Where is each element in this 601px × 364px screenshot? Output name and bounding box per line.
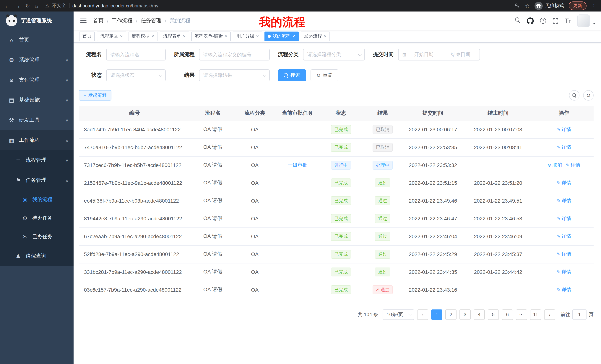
reset-button[interactable]: ↻ 重置 <box>311 69 338 81</box>
sidebar-item-label: 研发工具 <box>19 117 40 124</box>
cell-category: OA <box>235 156 274 174</box>
create-process-button[interactable]: + 发起流程 <box>79 90 112 101</box>
edit-icon: ✎ <box>557 145 561 150</box>
sidebar-item-6[interactable]: ▦工作流程∧ <box>0 130 74 150</box>
page-button-5[interactable]: 5 <box>488 309 499 320</box>
view-tab-3[interactable]: 流程模型× <box>128 31 158 41</box>
browser-menu-icon[interactable]: ⋮ <box>591 3 597 9</box>
close-icon[interactable]: × <box>183 34 186 38</box>
search-button[interactable]: 搜索 <box>278 69 306 81</box>
sidebar-item-1[interactable]: ⌂首页 <box>0 30 74 50</box>
question-icon[interactable]: ? <box>540 18 546 24</box>
table-header-row: 编号流程名流程分类当前审批任务状态结果提交时间结束时间操作 <box>79 106 594 121</box>
view-tab-1[interactable]: 首页 <box>79 31 95 41</box>
sidebar-item-5[interactable]: ⚒研发工具∨ <box>0 110 74 130</box>
logo-image <box>6 15 17 26</box>
refresh-table-button[interactable]: ↻ <box>583 90 594 101</box>
page-button-4[interactable]: 4 <box>474 309 485 320</box>
detail-link[interactable]: ✎详情 <box>557 144 571 151</box>
view-tab-6[interactable]: 用户分组× <box>233 31 262 41</box>
detail-link[interactable]: ✎详情 <box>557 126 571 133</box>
update-button[interactable]: 更新 <box>569 1 587 10</box>
close-icon[interactable]: × <box>151 34 154 38</box>
page-size-select[interactable]: 10条/页 <box>383 309 414 320</box>
home-icon[interactable]: ⌂ <box>35 3 38 9</box>
github-icon[interactable] <box>527 17 534 24</box>
avatar[interactable] <box>577 14 590 27</box>
result-select[interactable]: 请选择流结果 <box>199 69 270 81</box>
bookmark-star-icon[interactable]: ☆ <box>525 3 530 9</box>
infrastructure-icon: ▤ <box>8 97 15 104</box>
prev-page-button[interactable]: ‹ <box>417 309 428 320</box>
key-icon[interactable] <box>515 3 520 9</box>
page-button-3[interactable]: 3 <box>460 309 471 320</box>
sidebar-item-2[interactable]: ⚙系统管理∨ <box>0 50 74 70</box>
close-icon[interactable]: × <box>292 34 295 38</box>
address-bar[interactable]: ⚠ 不安全 dashboard.yudao.iocoder.cn/bpm/tas… <box>45 3 510 9</box>
detail-link[interactable]: ✎详情 <box>557 233 571 240</box>
process-name-input[interactable] <box>106 49 166 60</box>
sidebar-item-8[interactable]: ⚑任务管理∧ <box>0 170 74 190</box>
url-host: dashboard.yudao.iocoder.cn <box>72 3 131 8</box>
detail-link[interactable]: ✎详情 <box>557 180 571 186</box>
detail-link[interactable]: ✎详情 <box>557 251 571 258</box>
breadcrumb-item[interactable]: 任务管理 <box>141 18 161 24</box>
page-button-6[interactable]: 6 <box>502 309 513 320</box>
process-def-input[interactable] <box>199 49 270 60</box>
detail-link[interactable]: ✎详情 <box>557 269 571 275</box>
cell-end-time: 2022-01-22 23:45:37 <box>462 245 534 263</box>
close-icon[interactable]: × <box>225 34 228 38</box>
avatar-caret-icon[interactable]: ▾ <box>593 21 595 26</box>
app-logo: 芋道管理系统 <box>0 11 74 30</box>
page-ellipsis-button[interactable]: ⋯ <box>516 309 527 320</box>
view-tab-5[interactable]: 流程表单-编辑× <box>191 31 231 41</box>
close-icon[interactable]: × <box>120 34 123 38</box>
cell-process-name: OA 请假 <box>190 174 235 192</box>
date-range-picker[interactable]: ⊞ 开始日期 - 结束日期 <box>398 49 480 60</box>
task-link[interactable]: 一级审批 <box>288 162 307 168</box>
edit-icon: ✎ <box>557 127 561 132</box>
detail-link[interactable]: ✎详情 <box>566 162 580 168</box>
sidebar-item-9[interactable]: ◉我的流程 <box>0 190 74 209</box>
fullscreen-icon[interactable] <box>552 18 559 24</box>
cancel-link[interactable]: ⊘取消 <box>548 162 562 168</box>
sidebar-item-12[interactable]: ♟请假查询 <box>0 246 74 266</box>
page-button-2[interactable]: 2 <box>445 309 457 320</box>
sidebar-item-7[interactable]: ≣流程管理∨ <box>0 150 74 170</box>
sidebar-item-11[interactable]: ✂已办任务 <box>0 228 74 246</box>
view-tab-4[interactable]: 流程表单× <box>160 31 189 41</box>
forward-icon[interactable]: → <box>15 3 20 9</box>
view-tab-8[interactable]: 发起流程× <box>301 31 330 41</box>
category-select[interactable]: 请选择流程分类 <box>303 49 365 60</box>
breadcrumb-item[interactable]: 工作流程 <box>112 18 133 24</box>
reload-icon[interactable]: ↻ <box>25 3 30 9</box>
tabs-bar: 首页流程定义×流程模型×流程表单×流程表单-编辑×用户分组×我的流程×发起流程× <box>74 30 601 43</box>
view-tab-2[interactable]: 流程定义× <box>97 31 126 41</box>
sidebar-item-3[interactable]: ¥支付管理∨ <box>0 70 74 90</box>
sidebar-item-label: 系统管理 <box>19 57 40 63</box>
view-tab-7[interactable]: 我的流程× <box>264 31 299 41</box>
hamburger-icon[interactable] <box>80 17 87 25</box>
tab-label: 流程定义 <box>100 33 118 39</box>
detail-link[interactable]: ✎详情 <box>557 197 571 204</box>
filter-process-def: 所属流程 <box>174 49 270 60</box>
detail-link[interactable]: ✎详情 <box>557 287 571 293</box>
field-label: 流程分类 <box>278 51 299 58</box>
toggle-search-button[interactable] <box>569 90 580 101</box>
detail-link[interactable]: ✎详情 <box>557 215 571 222</box>
back-icon[interactable]: ← <box>4 3 10 9</box>
next-page-button[interactable]: › <box>544 309 555 320</box>
header-search-icon[interactable] <box>515 18 521 24</box>
close-icon[interactable]: × <box>324 34 327 38</box>
font-size-icon[interactable]: TT <box>565 18 571 24</box>
breadcrumb-item[interactable]: 首页 <box>93 18 104 24</box>
page-button-1[interactable]: 1 <box>431 309 442 320</box>
goto-prefix: 前往 <box>561 311 570 318</box>
cell-current-task <box>274 121 321 138</box>
status-select[interactable]: 请选择状态 <box>106 69 166 81</box>
sidebar-item-4[interactable]: ▤基础设施∨ <box>0 90 74 110</box>
goto-page-input[interactable] <box>572 309 587 320</box>
close-icon[interactable]: × <box>256 34 259 38</box>
sidebar-item-10[interactable]: ⊙待办任务 <box>0 209 74 228</box>
page-button-11[interactable]: 11 <box>530 309 541 320</box>
